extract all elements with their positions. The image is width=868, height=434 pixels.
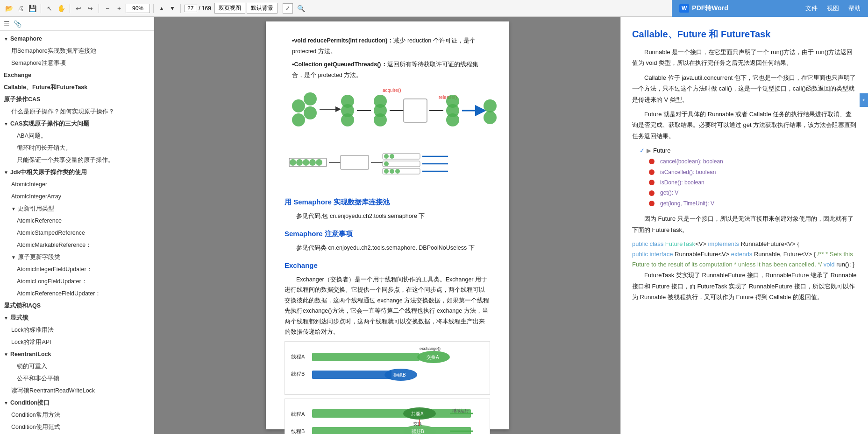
sidebar-item-rw-lock[interactable]: 读写锁ReentrantReadWriteLock: [0, 385, 154, 397]
page-display: 27 / 169: [184, 5, 211, 12]
center-panel[interactable]: •void reducePermits(int reduction)：减少 re…: [154, 17, 620, 434]
sidebar-item-callable-future[interactable]: Callable、Future和FutureTask: [0, 81, 154, 93]
svg-point-34: [390, 154, 394, 159]
menu-help[interactable]: 帮助: [848, 4, 861, 13]
sidebar-item-lock-aqs[interactable]: 显式锁和AQS: [0, 300, 154, 312]
sidebar-item-explicit-lock[interactable]: ▼显式锁: [0, 312, 154, 324]
semaphore-queue-diagram: [285, 149, 490, 189]
sidebar-item-what-is-cas[interactable]: 什么是原子操作？如何实现原子操作？: [0, 105, 154, 118]
sidebar-item-atomic-int[interactable]: AtomicInteger: [0, 178, 154, 190]
bullet2: •Collection getQueuedThreads()：返回所有等待获取许…: [292, 59, 490, 80]
separator-4: [153, 4, 154, 13]
svg-text:共驱A: 共驱A: [411, 411, 424, 416]
red-circle-icon-4: [649, 190, 655, 196]
tree-method-label-2: isCancelled(): boolean: [660, 168, 716, 177]
sidebar-item-condition-methods[interactable]: Condition常用方法: [0, 409, 154, 421]
background-btn[interactable]: 默认背景: [247, 3, 277, 14]
sidebar-item-cas-problems[interactable]: ▼CAS实现原子操作的三大问题: [0, 118, 154, 130]
svg-rect-30: [341, 155, 369, 169]
section-semaphore-notes-body: 参见代码类 cn.enjoyedu.ch2.tools.semaphore. D…: [285, 243, 490, 253]
zoom-out-icon[interactable]: −: [102, 3, 113, 14]
code-keyword-public: public class: [632, 240, 665, 247]
svg-point-25: [296, 159, 303, 166]
sidebar-item-aba[interactable]: ABA问题。: [0, 130, 154, 142]
svg-text:继续运行: 继续运行: [452, 408, 469, 413]
open-file-icon[interactable]: 📂: [4, 3, 14, 14]
hand-icon[interactable]: ✋: [56, 3, 66, 14]
print-icon[interactable]: 🖨: [15, 3, 26, 14]
left-panel-toolbar: ☰ 📎: [0, 17, 154, 31]
sidebar-item-reentrant-lock[interactable]: ▼ReentrantLock: [0, 348, 154, 360]
next-page-btn[interactable]: ▼: [168, 4, 177, 13]
code-kw-extends: extends: [731, 251, 753, 258]
bookmark-icon[interactable]: 📎: [14, 20, 21, 28]
save-icon[interactable]: 💾: [27, 3, 37, 14]
sidebar-item-condition-pattern[interactable]: Condition使用范式: [0, 421, 154, 433]
sidebar-item-semaphore-pool[interactable]: 用Semaphore实现数据库连接池: [0, 45, 154, 57]
prev-page-btn[interactable]: ▲: [157, 4, 166, 13]
sidebar-item-reentrant[interactable]: 锁的可重入: [0, 360, 154, 372]
svg-text:交换A: 交换A: [427, 355, 439, 360]
menu-view[interactable]: 视图: [827, 4, 839, 13]
redo-icon[interactable]: ↪: [85, 3, 95, 14]
toolbar-right: W PDF转Word 文件 视图 帮助: [672, 0, 868, 17]
undo-icon[interactable]: ↩: [73, 3, 84, 14]
svg-point-26: [303, 159, 309, 166]
right-panel[interactable]: Callable、Future 和 FutureTask Runnable 是一…: [620, 17, 868, 434]
sidebar-item-loop[interactable]: 循环时间长开销大。: [0, 142, 154, 154]
right-para1: Runnable 是一个接口，在它里面只声明了一个 run()方法，由于 run…: [632, 47, 857, 69]
tree-method-2: isCancelled(): boolean: [649, 167, 857, 177]
app-title: PDF转Word: [692, 4, 728, 13]
sidebar-item-exchange[interactable]: Exchange: [0, 69, 154, 81]
separator-5: [180, 4, 181, 13]
search-btn[interactable]: 🔍: [296, 3, 306, 14]
svg-point-38: [384, 169, 389, 174]
svg-text:acquire(): acquire(): [383, 88, 401, 93]
sidebar-item-atomic-markable[interactable]: AtomicMarkableReference：: [0, 239, 154, 251]
sidebar-item-single-var[interactable]: 只能保证一个共享变量的原子操作。: [0, 154, 154, 166]
sidebar-item-ref-field-updater[interactable]: AtomicReferenceFieldUpdater：: [0, 287, 154, 300]
section-exchange-heading: Exchange: [285, 259, 490, 272]
sidebar-item-jdk-atomic[interactable]: ▼Jdk中相关原子操作类的使用: [0, 166, 154, 178]
sidebar-item-long-field-updater[interactable]: AtomicLongFieldUpdater：: [0, 275, 154, 287]
fit-screen-btn[interactable]: ⤢: [283, 3, 293, 14]
sidebar-item-lock-api[interactable]: Lock的常用API: [0, 336, 154, 348]
sidebar-item-int-field-updater[interactable]: AtomicIntegerFieldUpdater：: [0, 263, 154, 275]
sidebar-item-semaphore[interactable]: ▼Semaphore: [0, 33, 154, 45]
sidebar-item-condition[interactable]: ▼Condition接口: [0, 397, 154, 409]
list-view-icon[interactable]: ☰: [4, 20, 10, 28]
svg-rect-54: [312, 409, 471, 418]
zoom-in-icon[interactable]: +: [114, 3, 124, 14]
zoom-input[interactable]: 90%: [126, 4, 150, 13]
right-panel-body: Runnable 是一个接口，在它里面只声明了一个 run()方法，由于 run…: [632, 47, 857, 141]
sidebar-item-atomic-stamped[interactable]: AtomicStampedReference: [0, 227, 154, 239]
tree-method-4: get(): V: [649, 188, 857, 198]
section-semaphore-pool-body: 参见代码,包 cn.enjoyedu.ch2.tools.semaphore 下: [285, 211, 490, 222]
code-type-futuretask: FutureTask: [665, 240, 695, 247]
semaphore-queue-svg: [285, 149, 499, 186]
sidebar-item-atomic-int-arr[interactable]: AtomicIntegerArray: [0, 190, 154, 203]
chevron-down-icon-7: ▼: [4, 351, 8, 358]
sidebar-item-cas[interactable]: 原子操作CAS: [0, 93, 154, 105]
sidebar-item-field-updater[interactable]: ▼原子更新字段类: [0, 251, 154, 263]
chevron-down-icon-6: ▼: [4, 315, 8, 322]
right-para4: 因为 Future 只是一个接口，所以是无法直接用来创建对象使用的，因此就有了下…: [632, 213, 857, 235]
svg-point-33: [384, 154, 389, 159]
sidebar-item-semaphore-notes[interactable]: Semaphore注意事项: [0, 57, 154, 69]
right-edge-scroll-btn[interactable]: <: [860, 93, 868, 107]
exchange-svg-1: 线程A exchange() 交换A 线程B 拒绝B: [289, 345, 485, 387]
view-mode-btn[interactable]: 双页视图: [214, 3, 245, 14]
app-logo-icon: W: [679, 4, 689, 13]
tree-methods-list: cancel(boolean): boolean isCancelled(): …: [649, 156, 857, 209]
sidebar-item-fair-lock[interactable]: 公平和非公平锁: [0, 372, 154, 385]
code-kw-void: void: [824, 261, 835, 268]
svg-point-22: [484, 111, 497, 124]
menu-file[interactable]: 文件: [805, 4, 818, 13]
sidebar-item-ref-type[interactable]: ▼更新引用类型: [0, 203, 154, 215]
cursor-icon[interactable]: ↖: [44, 3, 55, 14]
sidebar-item-lock-std[interactable]: Lock的标准用法: [0, 324, 154, 336]
current-page-input[interactable]: 27: [184, 5, 197, 12]
red-circle-icon-2: [649, 169, 655, 175]
chevron-down-icon-4: ▼: [11, 205, 16, 213]
sidebar-item-atomic-ref[interactable]: AtomicReference: [0, 215, 154, 227]
